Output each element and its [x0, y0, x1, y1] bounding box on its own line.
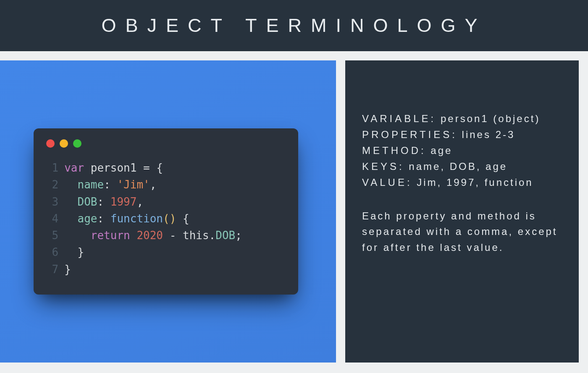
- code-token: function: [110, 212, 163, 225]
- code-token: [64, 212, 77, 225]
- code-token: this: [183, 229, 209, 242]
- code-token: var: [64, 162, 84, 174]
- line-number: 5: [45, 227, 58, 244]
- code-token: return: [91, 229, 130, 242]
- term-keys: KEYS: name, DOB, age: [362, 159, 559, 175]
- code-token: {: [156, 162, 163, 174]
- terminology-list: VARIABLE: person1 (object) PROPERTIES: l…: [362, 111, 559, 190]
- term-properties: PROPERTIES: lines 2-3: [362, 127, 559, 143]
- code-token: }: [78, 246, 84, 258]
- code-token: }: [64, 263, 71, 276]
- term-label: VARIABLE:: [362, 113, 436, 124]
- line-number: 4: [45, 210, 58, 227]
- minimize-icon: [60, 139, 68, 148]
- line-number: 7: [45, 261, 58, 278]
- code-token: DOB: [215, 229, 235, 242]
- code-token: [64, 178, 77, 191]
- code-token: =: [136, 162, 156, 174]
- term-label: VALUE:: [362, 177, 412, 188]
- term-method: METHOD: age: [362, 143, 559, 159]
- terminology-note: Each property and method is separated wi…: [362, 208, 559, 256]
- code-token: ,: [136, 196, 143, 208]
- term-label: PROPERTIES:: [362, 129, 457, 140]
- code-token: age: [78, 212, 97, 225]
- term-label: KEYS:: [362, 161, 404, 172]
- line-number: 3: [45, 193, 58, 210]
- code-token: :: [104, 178, 117, 191]
- code-token: .: [209, 229, 216, 242]
- line-number: 2: [45, 176, 58, 193]
- code-token: person1: [91, 162, 137, 174]
- code-token: [64, 196, 77, 208]
- code-panel: 1var person1 = { 2 name: 'Jim', 3 DOB: 1…: [0, 60, 336, 363]
- maximize-icon: [73, 139, 81, 148]
- traffic-lights: [45, 139, 286, 148]
- code-token: ;: [235, 229, 242, 242]
- code-token: -: [163, 229, 183, 242]
- code-token: 2020: [136, 229, 163, 242]
- code-token: :: [97, 196, 110, 208]
- term-value: lines 2-3: [457, 129, 515, 140]
- term-value: VALUE: Jim, 1997, function: [362, 175, 559, 190]
- code-block: 1var person1 = { 2 name: 'Jim', 3 DOB: 1…: [45, 159, 286, 278]
- code-token: 1997: [110, 196, 137, 208]
- close-icon: [46, 139, 55, 148]
- code-window: 1var person1 = { 2 name: 'Jim', 3 DOB: 1…: [34, 128, 298, 295]
- term-value: person1 (object): [436, 113, 540, 124]
- code-token: [130, 229, 137, 242]
- term-label: METHOD:: [362, 145, 426, 156]
- term-value: name, DOB, age: [404, 161, 507, 172]
- code-token: 'Jim': [117, 178, 150, 191]
- term-value: age: [426, 145, 453, 156]
- code-token: name: [78, 178, 104, 191]
- term-value: Jim, 1997, function: [412, 177, 533, 188]
- page-title: OBJECT TERMINOLOGY: [102, 15, 487, 37]
- line-number: 1: [45, 159, 58, 176]
- code-token: [64, 246, 77, 258]
- header-bar: OBJECT TERMINOLOGY: [0, 0, 588, 51]
- code-token: ,: [150, 178, 157, 191]
- code-token: [64, 229, 91, 242]
- term-variable: VARIABLE: person1 (object): [362, 111, 559, 127]
- line-number: 6: [45, 244, 58, 261]
- code-token: {: [176, 212, 189, 225]
- terminology-panel: VARIABLE: person1 (object) PROPERTIES: l…: [345, 60, 579, 363]
- code-token: (): [163, 212, 176, 225]
- code-token: :: [97, 212, 110, 225]
- code-token: DOB: [78, 196, 97, 208]
- content-row: 1var person1 = { 2 name: 'Jim', 3 DOB: 1…: [0, 51, 588, 363]
